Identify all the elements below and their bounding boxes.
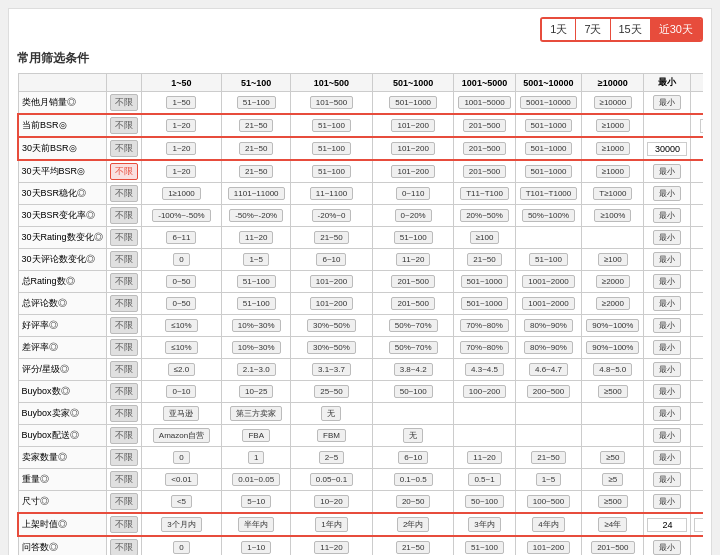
value-option-btn[interactable]: 1~20 [166, 119, 196, 132]
value-option-btn[interactable]: -20%~0 [312, 209, 352, 222]
value-option-btn[interactable]: 1001~5000 [458, 96, 510, 109]
value-option-btn[interactable]: ≥100 [598, 253, 628, 266]
min-btn[interactable]: 最小 [653, 540, 681, 555]
value-option-btn[interactable]: 80%~90% [524, 341, 573, 354]
value-option-btn[interactable]: 无 [321, 406, 341, 421]
min-btn[interactable]: 最小 [653, 252, 681, 267]
value-option-btn[interactable]: ≥50 [600, 451, 625, 464]
value-option-btn[interactable]: 501~1000 [389, 96, 437, 109]
value-option-btn[interactable]: 1 [248, 451, 264, 464]
value-option-btn[interactable]: ≥4年 [598, 517, 627, 532]
value-option-btn[interactable]: 101~200 [527, 541, 570, 554]
value-option-btn[interactable]: 0.1~0.5 [394, 473, 433, 486]
value-option-btn[interactable]: 101~200 [391, 165, 434, 178]
min-btn[interactable]: 最小 [653, 494, 681, 509]
value-option-btn[interactable]: 51~100 [529, 253, 568, 266]
value-option-btn[interactable]: 6~10 [398, 451, 428, 464]
not-limit-badge[interactable]: 不限 [110, 295, 138, 312]
value-option-btn[interactable]: 3.8~4.2 [394, 363, 433, 376]
value-option-btn[interactable]: 50~100 [465, 495, 504, 508]
value-option-btn[interactable]: 51~100 [237, 297, 276, 310]
min-btn[interactable]: 最小 [653, 186, 681, 201]
min-btn[interactable]: 最小 [653, 340, 681, 355]
value-option-btn[interactable]: 1~5 [536, 473, 562, 486]
not-limit-badge[interactable]: 不限 [110, 383, 138, 400]
value-option-btn[interactable]: 25~50 [314, 385, 348, 398]
min-btn[interactable]: 最小 [653, 384, 681, 399]
value-option-btn[interactable]: 501~1000 [525, 165, 573, 178]
value-option-btn[interactable]: ≥100% [594, 209, 631, 222]
value-option-btn[interactable]: -100%~-50% [152, 209, 210, 222]
value-option-btn[interactable]: 0~50 [166, 297, 196, 310]
value-option-btn[interactable]: 100~200 [463, 385, 506, 398]
value-option-btn[interactable]: 10~20 [314, 495, 348, 508]
value-option-btn[interactable]: 201~500 [463, 165, 506, 178]
value-option-btn[interactable]: FBA [242, 429, 270, 442]
min-btn[interactable]: 最小 [653, 230, 681, 245]
value-option-btn[interactable]: 30%~50% [307, 319, 356, 332]
not-limit-badge[interactable]: 不限 [110, 471, 138, 488]
not-limit-badge[interactable]: 不限 [110, 251, 138, 268]
value-option-btn[interactable]: 2.1~3.0 [237, 363, 276, 376]
value-option-btn[interactable]: 0~10 [166, 385, 196, 398]
not-limit-badge[interactable]: 不限 [110, 449, 138, 466]
value-option-btn[interactable]: 第三方卖家 [230, 406, 282, 421]
value-option-btn[interactable]: 50~100 [394, 385, 433, 398]
value-option-btn[interactable]: 0.01~0.05 [232, 473, 280, 486]
min-btn[interactable]: 最小 [653, 164, 681, 179]
not-limit-badge[interactable]: 不限 [110, 163, 138, 180]
value-option-btn[interactable]: 11~20 [314, 541, 348, 554]
time-btn-7day[interactable]: 7天 [576, 19, 610, 40]
time-btn-15day[interactable]: 15天 [611, 19, 651, 40]
value-option-btn[interactable]: 51~100 [312, 142, 351, 155]
value-option-btn[interactable]: 30%~50% [307, 341, 356, 354]
value-option-btn[interactable]: ≥500 [598, 385, 628, 398]
not-limit-badge[interactable]: 不限 [110, 317, 138, 334]
value-option-btn[interactable]: 21~50 [239, 119, 273, 132]
not-limit-badge[interactable]: 不限 [110, 361, 138, 378]
value-option-btn[interactable]: ≥1000 [596, 165, 630, 178]
value-option-btn[interactable]: 20~50 [396, 495, 430, 508]
value-option-btn[interactable]: 51~100 [237, 96, 276, 109]
value-option-btn[interactable]: ≥100 [470, 231, 500, 244]
min-btn[interactable]: 最小 [653, 428, 681, 443]
value-option-btn[interactable]: 200~500 [527, 385, 570, 398]
value-option-btn[interactable]: ≥1000 [596, 119, 630, 132]
value-option-btn[interactable]: 501~1000 [461, 275, 509, 288]
value-option-btn[interactable]: 101~200 [310, 297, 353, 310]
value-option-btn[interactable]: FBM [317, 429, 346, 442]
value-option-btn[interactable]: 90%~100% [586, 319, 639, 332]
value-option-btn[interactable]: 90%~100% [586, 341, 639, 354]
min-btn[interactable]: 最小 [653, 274, 681, 289]
min-btn[interactable]: 最小 [653, 296, 681, 311]
value-option-btn[interactable]: 201~500 [391, 275, 434, 288]
value-option-btn[interactable]: 4.6~4.7 [529, 363, 568, 376]
value-option-btn[interactable]: 1~5 [243, 253, 269, 266]
min-input[interactable] [647, 142, 687, 156]
value-option-btn[interactable]: 2年内 [397, 517, 429, 532]
not-limit-badge[interactable]: 不限 [110, 339, 138, 356]
value-option-btn[interactable]: ≥2000 [596, 297, 630, 310]
min-btn[interactable]: 最小 [653, 472, 681, 487]
time-btn-30day[interactable]: 近30天 [651, 19, 701, 40]
value-option-btn[interactable]: 21~50 [314, 231, 348, 244]
value-option-btn[interactable]: 201~500 [391, 297, 434, 310]
value-option-btn[interactable]: Amazon自营 [153, 428, 210, 443]
value-option-btn[interactable]: 70%~80% [460, 341, 509, 354]
value-option-btn[interactable]: ≥10000 [594, 96, 633, 109]
value-option-btn[interactable]: 半年内 [238, 517, 274, 532]
value-option-btn[interactable]: 11~1100 [310, 187, 353, 200]
value-option-btn[interactable]: 1001~2000 [522, 275, 574, 288]
value-option-btn[interactable]: 51~100 [394, 231, 433, 244]
value-option-btn[interactable]: 100~500 [527, 495, 570, 508]
value-option-btn[interactable]: 无 [403, 428, 423, 443]
value-option-btn[interactable]: 0~20% [395, 209, 432, 222]
min-btn[interactable]: 最小 [653, 406, 681, 421]
value-option-btn[interactable]: 51~100 [465, 541, 504, 554]
not-limit-badge[interactable]: 不限 [110, 94, 138, 111]
value-option-btn[interactable]: ≤10% [165, 341, 197, 354]
not-limit-badge[interactable]: 不限 [110, 427, 138, 444]
value-option-btn[interactable]: 201~500 [463, 119, 506, 132]
value-option-btn[interactable]: 3个月内 [161, 517, 201, 532]
value-option-btn[interactable]: <5 [171, 495, 192, 508]
